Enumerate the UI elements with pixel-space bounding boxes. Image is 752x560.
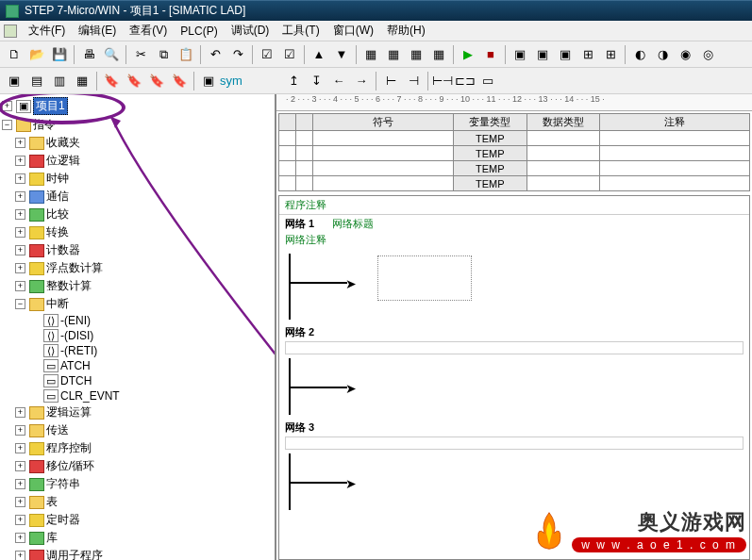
ladder-icon-3[interactable]: ⊢⊣ [432,71,453,91]
misc-icon-1[interactable]: ◐ [629,44,650,65]
bookmark-icon-4[interactable]: 🔖 [169,71,190,91]
tree-item[interactable]: + 比较 [2,206,273,223]
misc-icon-3[interactable]: ◉ [675,44,695,65]
collapse-icon[interactable]: − [2,120,12,130]
tree-leaf[interactable]: ⟨⟩ -(DISI) [2,328,273,343]
monitor-icon-5[interactable]: ⊞ [600,44,621,65]
tree-root[interactable]: + ▣ 项目1 [2,96,273,116]
expand-icon[interactable]: + [15,461,25,471]
tree-item[interactable]: + 整数计算 [2,277,273,295]
table-row[interactable]: TEMP [279,176,750,191]
tree-leaf[interactable]: ⟨⟩ -(RETI) [2,343,273,358]
menu-debug[interactable]: 调试(D) [226,21,276,41]
table-row[interactable]: TEMP [279,161,750,176]
network-1-rung[interactable]: ➤ [289,254,749,320]
toggle-icon-2[interactable]: sym [221,71,242,91]
download-icon[interactable]: ▼ [331,44,352,65]
expand-icon[interactable]: + [15,227,25,238]
menu-help[interactable]: 帮助(H) [381,21,431,41]
monitor-icon-4[interactable]: ⊞ [577,44,598,65]
network-1-title[interactable]: 网络 1 网络标题 [279,215,749,233]
misc-icon-2[interactable]: ◑ [652,44,673,65]
expand-icon[interactable]: + [2,101,12,111]
tree-item[interactable]: + 通信 [2,188,273,206]
expand-icon[interactable]: + [15,533,25,543]
tree-item[interactable]: + 浮点数计算 [2,259,273,277]
view-icon-4[interactable]: ▦ [72,71,92,91]
network-1-comment[interactable]: 网络注释 [279,233,749,250]
save-icon[interactable]: 💾 [49,44,70,65]
network-2-title[interactable]: 网络 2 [279,323,749,341]
expand-icon[interactable]: + [15,443,25,453]
open-icon[interactable]: 📂 [26,44,47,65]
preview-icon[interactable]: 🔍 [101,44,122,65]
expand-icon[interactable]: + [15,156,25,166]
ladder-icon-2[interactable]: ⊣ [403,71,424,91]
copy-icon[interactable]: ⧉ [153,44,174,65]
tree-item[interactable]: + 定时器 [2,511,273,529]
tree-item[interactable]: + 传送 [2,421,273,439]
network-2-comment[interactable] [285,341,744,354]
tool-icon-2[interactable]: ▦ [383,44,404,65]
tree-item[interactable]: + 表 [2,493,273,511]
tree-item[interactable]: + 移位/循环 [2,457,273,475]
network-2-rung[interactable]: ➤ [289,358,749,415]
expand-icon[interactable]: + [15,497,25,507]
cut-icon[interactable]: ✂ [130,44,151,65]
stop-icon[interactable]: ■ [480,44,501,65]
network-3-rung[interactable]: ➤ [289,453,749,510]
bookmark-icon-1[interactable]: 🔖 [101,71,122,91]
tool-icon-3[interactable]: ▦ [406,44,426,65]
misc-icon-4[interactable]: ◎ [697,44,718,65]
tree-instructions[interactable]: − 指令 [2,116,273,134]
tree-item[interactable]: + 库 [2,529,273,547]
print-icon[interactable]: 🖶 [78,44,99,65]
expand-icon[interactable]: + [15,515,25,525]
redo-icon[interactable]: ↷ [227,44,248,65]
tree-leaf[interactable]: ▭ ATCH [2,358,273,373]
expand-icon[interactable]: + [15,281,25,291]
nav-icon-1[interactable]: ↥ [283,71,304,91]
menu-edit[interactable]: 编辑(E) [73,21,122,41]
tree-item[interactable]: + 转换 [2,223,273,241]
nav-icon-3[interactable]: ← [328,71,349,91]
ladder-editor[interactable]: 程序注释 网络 1 网络标题 网络注释 ➤ 网络 2 ➤ 网络 3 ➤ [278,195,750,560]
compile-icon[interactable]: ☑ [257,44,277,65]
tree-item[interactable]: + 时钟 [2,170,273,188]
tree-item[interactable]: − 中断 [2,295,273,313]
ladder-icon-4[interactable]: ⊏⊐ [455,71,476,91]
expand-icon[interactable]: + [15,191,25,202]
network-3-title[interactable]: 网络 3 [279,419,749,436]
tree-item[interactable]: + 位逻辑 [2,152,273,170]
paste-icon[interactable]: 📋 [175,44,196,65]
expand-icon[interactable]: + [15,407,25,418]
nav-icon-2[interactable]: ↧ [306,71,326,91]
ladder-icon-5[interactable]: ▭ [477,71,498,91]
expand-icon[interactable]: + [15,245,25,255]
nav-icon-4[interactable]: → [351,71,372,91]
collapse-icon[interactable]: − [15,299,25,309]
expand-icon[interactable]: + [15,173,25,184]
menu-tools[interactable]: 工具(T) [276,21,325,41]
tree-item[interactable]: + 字符串 [2,475,273,493]
menu-file[interactable]: 文件(F) [23,21,71,41]
undo-icon[interactable]: ↶ [205,44,226,65]
expand-icon[interactable]: + [15,479,25,489]
variable-table[interactable]: 符号 变量类型 数据类型 注释 TEMP TEMP TEMP TEMP [278,113,750,191]
view-icon-3[interactable]: ▥ [49,71,70,91]
monitor-icon-2[interactable]: ▣ [532,44,553,65]
expand-icon[interactable]: + [15,263,25,273]
ladder-icon-1[interactable]: ⊢ [380,71,401,91]
tree-leaf[interactable]: ▭ DTCH [2,373,273,388]
tree-item[interactable]: + 计数器 [2,241,273,259]
tree-leaf[interactable]: ⟨⟩ -(ENI) [2,313,273,328]
expand-icon[interactable]: + [15,551,25,560]
tree-leaf[interactable]: ▭ CLR_EVNT [2,388,273,404]
program-comment[interactable]: 程序注释 [279,196,749,215]
expand-icon[interactable]: + [15,425,25,436]
upload-icon[interactable]: ▲ [309,44,329,65]
view-icon-2[interactable]: ▤ [26,71,47,91]
bookmark-icon-3[interactable]: 🔖 [146,71,167,91]
tree-item[interactable]: + 收藏夹 [2,134,273,152]
table-row[interactable]: TEMP [279,131,750,146]
